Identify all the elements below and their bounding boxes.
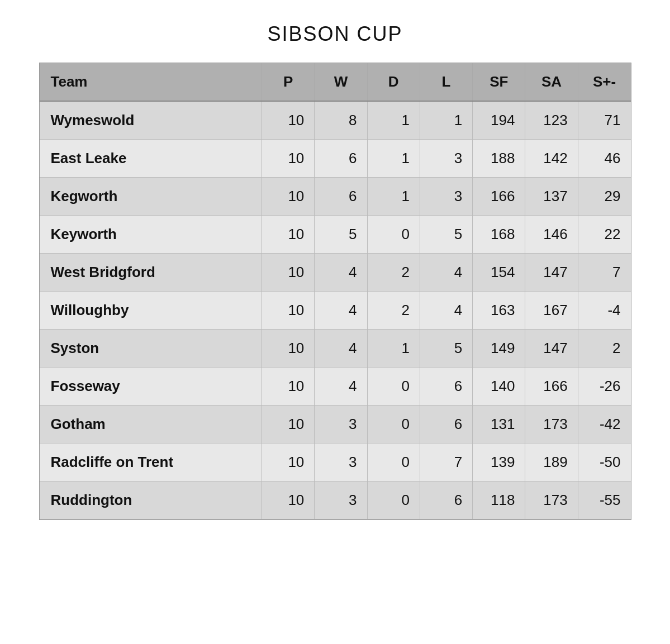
table-row: Keyworth1050516814622 bbox=[40, 216, 631, 254]
cell-sa: 167 bbox=[525, 292, 578, 330]
col-header-team: Team bbox=[40, 63, 262, 101]
cell-spm: -50 bbox=[578, 443, 630, 481]
cell-spm: 46 bbox=[578, 140, 630, 178]
cell-l: 4 bbox=[420, 292, 472, 330]
cell-p: 10 bbox=[262, 101, 315, 140]
table-row: West Bridgford104241541477 bbox=[40, 254, 631, 292]
cell-d: 0 bbox=[367, 406, 420, 443]
cell-spm: 71 bbox=[578, 101, 630, 140]
cell-sf: 139 bbox=[473, 443, 525, 481]
table-row: Fosseway10406140166-26 bbox=[40, 368, 631, 406]
col-header-sa: SA bbox=[525, 63, 578, 101]
cell-sa: 147 bbox=[525, 330, 578, 368]
table-row: East Leake1061318814246 bbox=[40, 140, 631, 178]
cell-w: 3 bbox=[315, 406, 367, 443]
table-row: Wymeswold1081119412371 bbox=[40, 101, 631, 140]
col-header-d: D bbox=[367, 63, 420, 101]
cell-sa: 166 bbox=[525, 368, 578, 406]
cell-d: 0 bbox=[367, 368, 420, 406]
cell-spm: -4 bbox=[578, 292, 630, 330]
cell-team-name: Wymeswold bbox=[40, 101, 262, 140]
cell-p: 10 bbox=[262, 443, 315, 481]
cell-team-name: Kegworth bbox=[40, 178, 262, 216]
cell-sf: 168 bbox=[473, 216, 525, 254]
cell-sa: 137 bbox=[525, 178, 578, 216]
cell-w: 4 bbox=[315, 330, 367, 368]
table-row: Willoughby10424163167-4 bbox=[40, 292, 631, 330]
cell-team-name: Fosseway bbox=[40, 368, 262, 406]
table-row: Gotham10306131173-42 bbox=[40, 406, 631, 443]
standings-table-container: Team P W D L SF SA S+- Wymeswold10811194… bbox=[39, 63, 631, 520]
cell-p: 10 bbox=[262, 406, 315, 443]
cell-d: 0 bbox=[367, 216, 420, 254]
cell-spm: 29 bbox=[578, 178, 630, 216]
cell-l: 3 bbox=[420, 140, 472, 178]
cell-sf: 118 bbox=[473, 481, 525, 519]
cell-sa: 146 bbox=[525, 216, 578, 254]
col-header-p: P bbox=[262, 63, 315, 101]
cell-w: 5 bbox=[315, 216, 367, 254]
col-header-spm: S+- bbox=[578, 63, 630, 101]
col-header-l: L bbox=[420, 63, 472, 101]
cell-l: 5 bbox=[420, 330, 472, 368]
cell-l: 1 bbox=[420, 101, 472, 140]
cell-p: 10 bbox=[262, 178, 315, 216]
cell-sf: 131 bbox=[473, 406, 525, 443]
col-header-w: W bbox=[315, 63, 367, 101]
cell-d: 1 bbox=[367, 178, 420, 216]
cell-sf: 166 bbox=[473, 178, 525, 216]
cell-spm: -42 bbox=[578, 406, 630, 443]
cell-l: 6 bbox=[420, 406, 472, 443]
table-row: Ruddington10306118173-55 bbox=[40, 481, 631, 519]
cell-d: 1 bbox=[367, 330, 420, 368]
cell-sa: 123 bbox=[525, 101, 578, 140]
cell-team-name: Willoughby bbox=[40, 292, 262, 330]
cell-d: 2 bbox=[367, 292, 420, 330]
cell-l: 7 bbox=[420, 443, 472, 481]
cell-sf: 149 bbox=[473, 330, 525, 368]
cell-sa: 142 bbox=[525, 140, 578, 178]
cell-p: 10 bbox=[262, 254, 315, 292]
cell-w: 3 bbox=[315, 481, 367, 519]
cell-w: 4 bbox=[315, 254, 367, 292]
cell-spm: 7 bbox=[578, 254, 630, 292]
cell-p: 10 bbox=[262, 330, 315, 368]
cell-d: 0 bbox=[367, 481, 420, 519]
cell-sa: 189 bbox=[525, 443, 578, 481]
cell-sf: 163 bbox=[473, 292, 525, 330]
page-title: SIBSON CUP bbox=[267, 22, 402, 46]
cell-sf: 194 bbox=[473, 101, 525, 140]
cell-spm: 2 bbox=[578, 330, 630, 368]
cell-p: 10 bbox=[262, 216, 315, 254]
cell-sf: 140 bbox=[473, 368, 525, 406]
cell-l: 6 bbox=[420, 481, 472, 519]
cell-l: 3 bbox=[420, 178, 472, 216]
cell-sf: 154 bbox=[473, 254, 525, 292]
cell-spm: -55 bbox=[578, 481, 630, 519]
cell-d: 2 bbox=[367, 254, 420, 292]
cell-l: 5 bbox=[420, 216, 472, 254]
cell-team-name: Keyworth bbox=[40, 216, 262, 254]
cell-p: 10 bbox=[262, 368, 315, 406]
table-row: Kegworth1061316613729 bbox=[40, 178, 631, 216]
cell-team-name: West Bridgford bbox=[40, 254, 262, 292]
cell-team-name: East Leake bbox=[40, 140, 262, 178]
cell-sf: 188 bbox=[473, 140, 525, 178]
cell-w: 8 bbox=[315, 101, 367, 140]
cell-team-name: Syston bbox=[40, 330, 262, 368]
cell-p: 10 bbox=[262, 292, 315, 330]
cell-sa: 147 bbox=[525, 254, 578, 292]
cell-p: 10 bbox=[262, 481, 315, 519]
table-row: Syston104151491472 bbox=[40, 330, 631, 368]
cell-team-name: Radcliffe on Trent bbox=[40, 443, 262, 481]
cell-sa: 173 bbox=[525, 406, 578, 443]
table-header-row: Team P W D L SF SA S+- bbox=[40, 63, 631, 101]
col-header-sf: SF bbox=[473, 63, 525, 101]
cell-w: 6 bbox=[315, 178, 367, 216]
cell-l: 4 bbox=[420, 254, 472, 292]
cell-w: 4 bbox=[315, 292, 367, 330]
cell-spm: -26 bbox=[578, 368, 630, 406]
cell-team-name: Ruddington bbox=[40, 481, 262, 519]
cell-l: 6 bbox=[420, 368, 472, 406]
cell-p: 10 bbox=[262, 140, 315, 178]
